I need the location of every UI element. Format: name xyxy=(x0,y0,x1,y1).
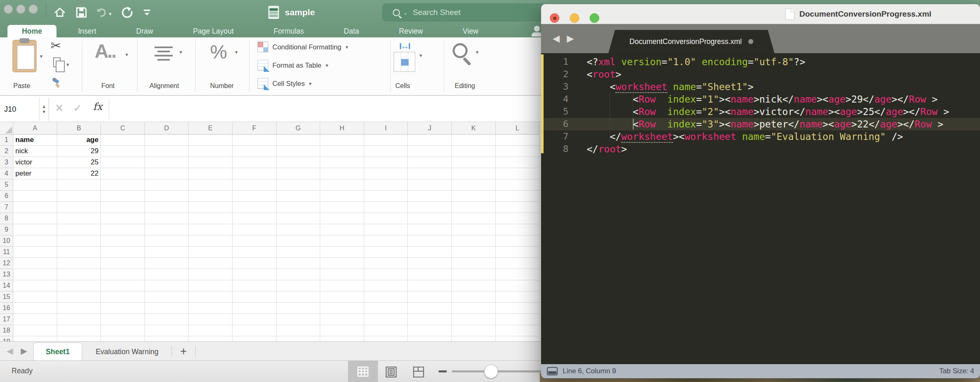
grid-cell-E2[interactable] xyxy=(189,146,233,157)
grid-cell-A13[interactable] xyxy=(13,269,57,280)
grid-cell-C14[interactable] xyxy=(101,280,145,291)
grid-cell-B5[interactable] xyxy=(57,179,101,191)
name-box-stepper[interactable]: ▲▼ xyxy=(39,98,49,121)
search-sheet-field[interactable]: ⌄ Search Sheet xyxy=(382,3,545,22)
grid-cell-G17[interactable] xyxy=(277,314,321,325)
grid-cell-D19[interactable] xyxy=(145,336,189,341)
grid-cell-I1[interactable] xyxy=(364,135,408,146)
grid-cell-I16[interactable] xyxy=(364,303,408,314)
grid-cell-B6[interactable] xyxy=(57,191,101,202)
editor-title-bar[interactable]: DocumentConversionProgress.xml xyxy=(541,4,980,24)
grid-cell-J13[interactable] xyxy=(408,269,452,280)
column-header-J[interactable]: J xyxy=(408,122,452,135)
grid-cell-L5[interactable] xyxy=(496,179,540,191)
grid-cell-F14[interactable] xyxy=(233,280,277,291)
paste-icon[interactable] xyxy=(12,40,37,72)
code-line-4[interactable]: 4 <Row index="1"><name>nick</name><age>2… xyxy=(541,93,980,105)
grid-cell-K13[interactable] xyxy=(452,269,496,280)
column-header-H[interactable]: H xyxy=(320,122,364,135)
grid-cell-D2[interactable] xyxy=(145,146,189,157)
grid-cell-L12[interactable] xyxy=(496,258,540,269)
grid-cell-F4[interactable] xyxy=(233,168,277,179)
cancel-entry-icon[interactable]: ✕ xyxy=(55,102,64,115)
row-header-5[interactable]: 5 xyxy=(0,179,13,191)
redo-icon[interactable] xyxy=(118,3,136,22)
grid-cell-I13[interactable] xyxy=(364,269,408,280)
row-header-18[interactable]: 18 xyxy=(0,325,13,336)
grid-cell-L11[interactable] xyxy=(496,247,540,258)
cell-styles-button[interactable]: Cell Styles▾ xyxy=(257,78,311,89)
grid-cell-C7[interactable] xyxy=(101,202,145,213)
grid-cell-G6[interactable] xyxy=(277,191,321,202)
save-icon[interactable] xyxy=(72,3,91,22)
grid-cell-B18[interactable] xyxy=(57,325,101,336)
confirm-entry-icon[interactable]: ✓ xyxy=(73,102,82,115)
row-header-6[interactable]: 6 xyxy=(0,191,13,202)
grid-cell-G3[interactable] xyxy=(277,157,321,168)
font-group-icon[interactable]: A.. xyxy=(95,40,115,62)
grid-cell-J7[interactable] xyxy=(408,202,452,213)
grid-cell-C17[interactable] xyxy=(101,314,145,325)
normal-view-icon[interactable] xyxy=(357,366,369,377)
grid-cell-F11[interactable] xyxy=(233,247,277,258)
grid-cell-A2[interactable]: nick xyxy=(13,146,57,157)
grid-cell-C11[interactable] xyxy=(101,247,145,258)
grid-cell-E19[interactable] xyxy=(189,336,233,341)
grid-cell-G7[interactable] xyxy=(277,202,321,213)
paste-label[interactable]: Paste xyxy=(13,82,30,90)
grid-cell-G10[interactable] xyxy=(277,235,321,247)
grid-cell-L13[interactable] xyxy=(496,269,540,280)
grid-cell-K5[interactable] xyxy=(452,179,496,191)
grid-cell-B1[interactable]: age xyxy=(57,135,101,146)
add-sheet-button[interactable]: + xyxy=(174,342,193,361)
grid-cell-L16[interactable] xyxy=(496,303,540,314)
grid-cell-J4[interactable] xyxy=(408,168,452,179)
sheet-tab-sheet1[interactable]: Sheet1 xyxy=(33,343,82,361)
grid-cell-D5[interactable] xyxy=(145,179,189,191)
code-line-8[interactable]: 8</root> xyxy=(541,143,980,155)
grid-cell-I3[interactable] xyxy=(364,157,408,168)
grid-cell-F9[interactable] xyxy=(233,224,277,235)
row-header-13[interactable]: 13 xyxy=(0,269,13,280)
font-dropdown-icon[interactable]: ▾ xyxy=(125,51,128,58)
editor-pane-icon[interactable] xyxy=(547,367,558,375)
grid-cell-G5[interactable] xyxy=(277,179,321,191)
grid-cell-K2[interactable] xyxy=(452,146,496,157)
grid-cell-K4[interactable] xyxy=(452,168,496,179)
spreadsheet-grid[interactable]: ABCDEFGHIJKL 1nameage2nick293victor254pe… xyxy=(0,122,544,341)
next-sheet-icon[interactable]: ▶ xyxy=(21,346,27,356)
grid-cell-K17[interactable] xyxy=(452,314,496,325)
code-line-1[interactable]: 1<?xml version="1.0" encoding="utf-8"?> xyxy=(541,56,980,68)
grid-cell-C6[interactable] xyxy=(101,191,145,202)
grid-cell-J12[interactable] xyxy=(408,258,452,269)
grid-cell-A17[interactable] xyxy=(13,314,57,325)
grid-cell-J8[interactable] xyxy=(408,213,452,224)
grid-cell-L1[interactable] xyxy=(496,135,540,146)
code-line-6[interactable]: 6 <Row index="3"><name>peter</name><age>… xyxy=(541,118,980,130)
font-label[interactable]: Font xyxy=(101,82,115,90)
grid-cell-F6[interactable] xyxy=(233,191,277,202)
grid-cell-I18[interactable] xyxy=(364,325,408,336)
cells-group-icon[interactable]: I↔I xyxy=(393,42,416,71)
row-header-1[interactable]: 1 xyxy=(0,135,13,146)
grid-cell-C16[interactable] xyxy=(101,303,145,314)
grid-cell-E4[interactable] xyxy=(189,168,233,179)
editor-tab[interactable]: DocumentConversionProgress.xml xyxy=(608,30,774,53)
grid-cell-G11[interactable] xyxy=(277,247,321,258)
grid-cell-J19[interactable] xyxy=(408,336,452,341)
grid-cell-J10[interactable] xyxy=(408,235,452,247)
row-header-19[interactable]: 19 xyxy=(0,336,13,341)
grid-cell-D16[interactable] xyxy=(145,303,189,314)
grid-cell-A19[interactable] xyxy=(13,336,57,341)
grid-cell-B12[interactable] xyxy=(57,258,101,269)
column-header-E[interactable]: E xyxy=(189,122,233,135)
grid-cell-D9[interactable] xyxy=(145,224,189,235)
grid-cell-I4[interactable] xyxy=(364,168,408,179)
row-header-14[interactable]: 14 xyxy=(0,280,13,291)
grid-cell-F17[interactable] xyxy=(233,314,277,325)
grid-cell-D10[interactable] xyxy=(145,235,189,247)
grid-cell-H17[interactable] xyxy=(320,314,364,325)
grid-cell-H16[interactable] xyxy=(320,303,364,314)
grid-cell-K11[interactable] xyxy=(452,247,496,258)
grid-cell-D17[interactable] xyxy=(145,314,189,325)
